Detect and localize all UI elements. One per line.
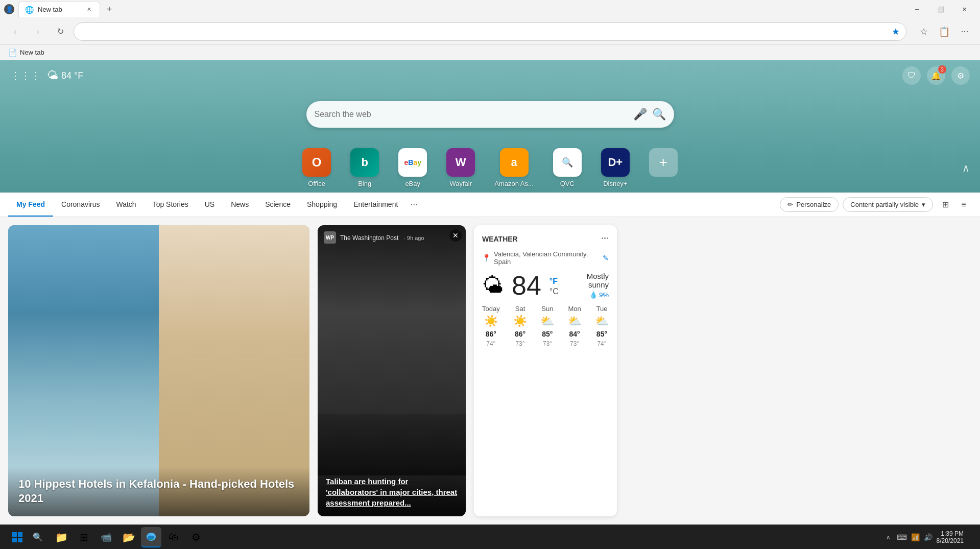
content-visible-button[interactable]: Content partially visible ▾ [843, 197, 933, 212]
weather-widget-header: 🌤 84 °F [47, 69, 83, 82]
nav-item-us[interactable]: US [197, 193, 223, 217]
apps-grid-icon[interactable]: ⋮⋮⋮ [10, 69, 41, 82]
settings-button[interactable]: ⚙ [951, 66, 970, 85]
taskbar-settings[interactable]: ⚙ [186, 527, 206, 547]
notification-badge: 3 [938, 65, 946, 74]
news-close-button[interactable]: ✕ [449, 229, 462, 242]
safe-browsing-button[interactable]: 🛡 [902, 66, 921, 85]
search-box: 🎤 🔍 [306, 101, 674, 128]
quick-link-ebay[interactable]: eBay eBay [391, 143, 434, 193]
main-news-card[interactable]: 10 Hippest Hotels in Kefalonia - Hand-pi… [8, 225, 309, 516]
celsius-unit[interactable]: °C [549, 287, 559, 296]
forecast-icon-sun: ⛅ [540, 315, 554, 328]
keyboard-icon[interactable]: ⌨ [897, 533, 907, 541]
wayfair-label: Wayfair [449, 180, 472, 187]
wayfair-icon: W [446, 148, 475, 177]
taskbar-apps[interactable]: ⊞ [74, 527, 94, 547]
news-source-info: The Washington Post · 9h ago [340, 233, 424, 242]
fahrenheit-unit[interactable]: °F [549, 277, 559, 286]
notifications-button[interactable]: 🔔 3 [927, 66, 945, 85]
nav-item-science[interactable]: Science [257, 193, 299, 217]
volume-icon[interactable]: 🔊 [924, 533, 933, 541]
restore-button[interactable]: ⬜ [929, 1, 952, 17]
news-cards-area: 10 Hippest Hotels in Kefalonia - Hand-pi… [0, 217, 980, 524]
weather-edit-button[interactable]: ✎ [603, 254, 609, 262]
taskbar: 🔍 📁 ⊞ 📹 📂 🛍 ⚙ ∧ ⌨ 📶 🔊 [0, 524, 980, 549]
list-view-button[interactable]: ≡ [955, 197, 972, 213]
forward-button[interactable]: › [29, 22, 47, 41]
secondary-news-text-overlay: Taliban are hunting for 'collaborators' … [318, 468, 466, 516]
nav-item-entertainment[interactable]: Entertainment [345, 193, 406, 217]
start-button[interactable] [8, 528, 27, 546]
weather-icon-large: 🌤 [482, 273, 504, 298]
taskbar-edge[interactable] [141, 527, 161, 547]
nav-item-shopping[interactable]: Shopping [299, 193, 345, 217]
taskbar-files[interactable]: 📂 [118, 527, 139, 547]
secondary-news-title: Taliban are hunting for 'collaborators' … [326, 476, 458, 508]
secondary-news-figures [318, 414, 466, 475]
quick-link-wayfair[interactable]: W Wayfair [439, 143, 482, 193]
new-tab-button[interactable]: + [102, 2, 116, 16]
clock-time: 1:39 PM [941, 530, 964, 537]
weather-precipitation: 💧 9% [567, 291, 609, 299]
search-input[interactable] [315, 110, 628, 119]
quick-link-bing[interactable]: b Bing [343, 143, 386, 193]
reload-button[interactable]: ↻ [51, 22, 69, 41]
quick-link-disney[interactable]: D+ Disney+ [594, 143, 637, 193]
quick-link-office[interactable]: O Office [295, 143, 338, 193]
secondary-news-card[interactable]: WP The Washington Post · 9h ago ✕ Taliba… [318, 225, 466, 516]
collections-button[interactable]: 📋 [935, 22, 953, 41]
weather-card-more-button[interactable]: ··· [601, 233, 609, 244]
profile-icon[interactable]: 👤 [4, 4, 14, 14]
wifi-icon[interactable]: 📶 [911, 533, 920, 541]
tab-title: New tab [38, 6, 62, 13]
page-top-right: 🛡 🔔 3 ⚙ [902, 66, 970, 85]
search-icon[interactable]: 🔍 [652, 108, 666, 121]
collapse-arrow-icon[interactable]: ∧ [962, 162, 970, 174]
add-quick-link[interactable]: + [642, 143, 685, 193]
more-tools-button[interactable]: ··· [955, 22, 974, 41]
location-pin-icon: 📍 [482, 254, 491, 262]
nav-item-news[interactable]: News [223, 193, 257, 217]
show-desktop-button[interactable] [968, 528, 972, 546]
system-clock[interactable]: 1:39 PM 8/20/2021 [937, 530, 964, 544]
news-source-logo: WP [324, 231, 336, 244]
svg-rect-4 [18, 538, 22, 542]
news-source-bar: WP The Washington Post · 9h ago [324, 231, 424, 244]
address-bar-icons: ★ [892, 26, 900, 37]
new-tab-label: New tab [20, 49, 44, 56]
microphone-icon[interactable]: 🎤 [633, 108, 647, 121]
quick-link-qvc[interactable]: 🔍 QVC [546, 143, 589, 193]
page-top-left: ⋮⋮⋮ 🌤 84 °F [10, 69, 83, 82]
minimize-button[interactable]: ─ [905, 1, 929, 17]
nav-bar: ‹ › ↻ ★ ☆ 📋 ··· [0, 18, 980, 45]
back-button[interactable]: ‹ [6, 22, 25, 41]
favorites-button[interactable]: ☆ [915, 22, 933, 41]
office-icon: O [302, 148, 331, 177]
personalize-button[interactable]: ✏ Personalize [780, 197, 839, 212]
show-hidden-icons-button[interactable]: ∧ [885, 533, 893, 541]
grid-view-button[interactable]: ⊞ [937, 197, 953, 213]
active-tab[interactable]: 🌐 New tab ✕ [18, 1, 100, 17]
weather-temperature: 84 [512, 271, 541, 300]
qvc-label: QVC [560, 180, 575, 187]
page-tab-icon: 📄 [8, 49, 17, 57]
taskbar-teams[interactable]: 📹 [96, 527, 116, 547]
news-nav-more-button[interactable]: ··· [406, 199, 422, 210]
favorites-star-icon[interactable]: ★ [892, 26, 900, 37]
nav-item-my-feed[interactable]: My Feed [8, 193, 53, 217]
taskbar-explorer[interactable]: 📁 [51, 527, 71, 547]
address-input[interactable] [80, 28, 888, 36]
close-button[interactable]: ✕ [952, 1, 976, 17]
nav-item-coronavirus[interactable]: Coronavirus [53, 193, 108, 217]
quick-link-amazon[interactable]: a Amazon As... [487, 143, 541, 193]
nav-item-top-stories[interactable]: Top Stories [145, 193, 197, 217]
forecast-sun: Sun ⛅ 85° 73° [540, 305, 554, 347]
window-controls: ─ ⬜ ✕ [905, 1, 976, 17]
weather-location-text: Valencia, Valencian Community, Spain [494, 250, 597, 266]
tab-close-button[interactable]: ✕ [84, 5, 93, 14]
clock-date: 8/20/2021 [937, 537, 964, 544]
taskbar-search-button[interactable]: 🔍 [29, 528, 47, 546]
nav-item-watch[interactable]: Watch [108, 193, 145, 217]
taskbar-store[interactable]: 🛍 [163, 527, 184, 547]
